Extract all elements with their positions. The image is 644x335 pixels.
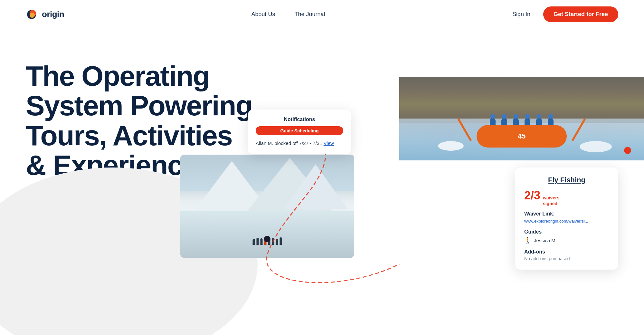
waiver-link-title: Waiver Link: <box>524 211 609 217</box>
nav-the-journal[interactable]: The Journal <box>295 11 325 18</box>
waiver-count: 2/3 waiverssigned <box>524 189 609 206</box>
notification-text: Allan M. blocked off 7/27 - 7/31 <box>256 140 322 146</box>
addons-value: No add-ons purchased <box>524 256 609 261</box>
notification-badge: Guide Scheduling <box>256 126 343 135</box>
sign-in-link[interactable]: Sign In <box>512 11 530 18</box>
addons-section: Add-ons No add-ons purchased <box>524 249 609 261</box>
get-started-nav-button[interactable]: Get Started for Free <box>543 6 618 22</box>
notification-body: Allan M. blocked off 7/27 - 7/31 View <box>256 140 343 147</box>
waiver-label: waiverssigned <box>543 195 559 206</box>
mountain-image <box>180 155 354 258</box>
waiver-link-url[interactable]: www.exploreorigin.com/waiver/si... <box>524 219 588 224</box>
notification-title: Notifications <box>256 117 343 122</box>
svg-point-3 <box>30 13 35 18</box>
nav-about-us[interactable]: About Us <box>251 11 275 18</box>
fly-fishing-title: Fly Fishing <box>524 176 609 184</box>
guide-person-icon: 🚶 <box>524 237 531 244</box>
mountain-dot <box>264 236 270 242</box>
waiver-fraction: 2/3 <box>524 189 540 202</box>
guides-title: Guides <box>524 229 609 235</box>
logo[interactable]: origin <box>26 8 64 21</box>
raft-boat <box>477 125 567 148</box>
guides-section: Guides 🚶 Jessica M. <box>524 229 609 244</box>
guide-person: 🚶 Jessica M. <box>524 237 609 244</box>
mountain-image-inner <box>180 155 354 258</box>
waiver-link-section: Waiver Link: www.exploreorigin.com/waive… <box>524 211 609 224</box>
rafting-image <box>399 77 644 160</box>
raft-red-dot <box>624 147 631 154</box>
notification-view-link[interactable]: View <box>324 140 334 146</box>
rafting-image-inner <box>399 77 644 160</box>
nav-actions: Sign In Get Started for Free <box>512 6 618 22</box>
navbar: origin About Us The Journal Sign In Get … <box>0 0 644 29</box>
logo-text: origin <box>42 9 64 19</box>
addons-title: Add-ons <box>524 249 609 255</box>
hero-section: The Operating System Powering Tours, Act… <box>0 29 644 335</box>
nav-links: About Us The Journal <box>251 11 325 18</box>
notification-card: Notifications Guide Scheduling Allan M. … <box>248 110 351 154</box>
fly-fishing-card: Fly Fishing 2/3 waiverssigned Waiver Lin… <box>515 168 618 270</box>
guide-name: Jessica M. <box>534 238 557 243</box>
origin-logo-icon <box>26 8 39 21</box>
